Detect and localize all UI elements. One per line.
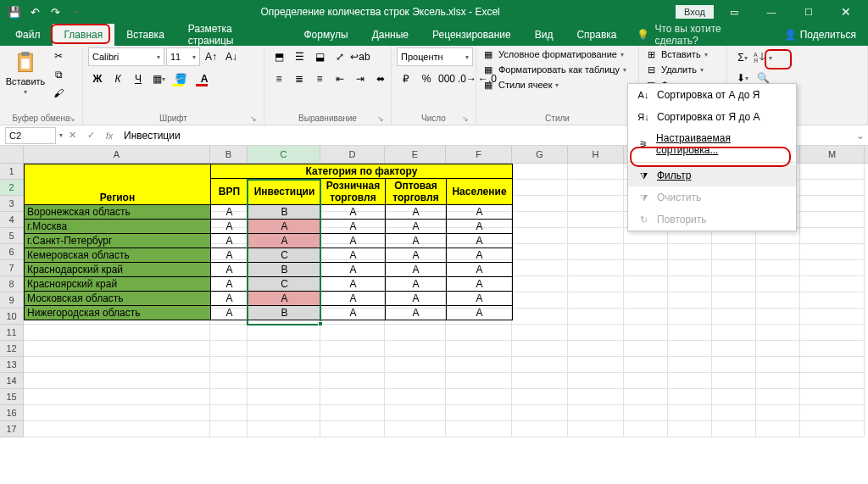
cell-data-1-2[interactable]: A xyxy=(321,220,386,234)
cell-A17[interactable] xyxy=(24,421,210,437)
underline-button[interactable]: Ч xyxy=(129,70,147,88)
cell-G12[interactable] xyxy=(512,341,568,357)
cell-K17[interactable] xyxy=(712,421,756,437)
cell-C16[interactable] xyxy=(248,405,320,421)
font-color-icon[interactable]: A xyxy=(193,70,215,88)
font-size-combo[interactable]: 11▾ xyxy=(166,47,200,66)
cell-G6[interactable] xyxy=(512,244,568,260)
copy-icon[interactable]: ⧉ xyxy=(49,66,68,83)
cell-M15[interactable] xyxy=(800,389,865,405)
cell-I12[interactable] xyxy=(624,341,668,357)
format-painter-icon[interactable]: 🖌 xyxy=(49,85,68,102)
cell-M13[interactable] xyxy=(800,357,865,373)
cell-B16[interactable] xyxy=(210,405,248,421)
cell-B14[interactable] xyxy=(210,373,248,389)
cell-L12[interactable] xyxy=(756,341,800,357)
italic-button[interactable]: К xyxy=(108,70,127,88)
number-format-combo[interactable]: Процентн▾ xyxy=(397,47,473,66)
cell-K13[interactable] xyxy=(712,357,756,373)
cell-data-3-1[interactable]: C xyxy=(248,248,321,263)
cell-data-5-0[interactable]: A xyxy=(211,277,248,292)
cell-J16[interactable] xyxy=(668,405,712,421)
row-header-5[interactable]: 5 xyxy=(0,228,24,244)
cell-G7[interactable] xyxy=(512,260,568,276)
cell-I9[interactable] xyxy=(624,292,668,309)
cell-region-1[interactable]: г.Москва xyxy=(25,220,211,234)
row-header-4[interactable]: 4 xyxy=(0,212,24,228)
cell-M3[interactable] xyxy=(800,196,865,212)
row-header-14[interactable]: 14 xyxy=(0,373,24,389)
cell-G15[interactable] xyxy=(512,389,568,405)
clipboard-launcher-icon[interactable]: ↘ xyxy=(69,114,75,123)
expand-formula-bar-icon[interactable]: ⌄ xyxy=(853,130,868,142)
cell-data-4-3[interactable]: A xyxy=(386,263,447,277)
cell-H13[interactable] xyxy=(568,357,624,373)
cell-data-2-4[interactable]: A xyxy=(447,234,513,248)
redo-icon[interactable]: ↷ xyxy=(46,3,64,21)
cell-data-6-2[interactable]: A xyxy=(321,292,386,306)
cell-data-0-4[interactable]: A xyxy=(447,205,513,220)
tab-insert[interactable]: Вставка xyxy=(114,24,176,46)
cell-M12[interactable] xyxy=(800,341,865,357)
orientation-icon[interactable]: ⤢ xyxy=(331,47,349,66)
cell-J13[interactable] xyxy=(668,357,712,373)
cell-F12[interactable] xyxy=(446,341,512,357)
qat-dropdown-icon[interactable]: ▾ xyxy=(66,3,85,21)
row-header-15[interactable]: 15 xyxy=(0,389,24,405)
menu-sort-za[interactable]: Я↓Сортировка от Я до А xyxy=(628,106,796,128)
cell-data-2-3[interactable]: A xyxy=(386,234,447,248)
cell-I8[interactable] xyxy=(624,276,668,292)
tab-file[interactable]: Файл xyxy=(3,24,53,46)
cut-icon[interactable]: ✂ xyxy=(49,47,68,64)
cell-M16[interactable] xyxy=(800,405,865,421)
cell-A14[interactable] xyxy=(24,373,210,389)
cell-E17[interactable] xyxy=(385,421,446,437)
row-header-10[interactable]: 10 xyxy=(0,309,24,325)
cell-G3[interactable] xyxy=(512,196,568,212)
cell-B12[interactable] xyxy=(210,341,248,357)
cell-I10[interactable] xyxy=(624,309,668,325)
row-header-3[interactable]: 3 xyxy=(0,196,24,212)
cell-region-7[interactable]: Нижегородская область xyxy=(25,306,211,320)
cell-I14[interactable] xyxy=(624,373,668,389)
cell-G13[interactable] xyxy=(512,357,568,373)
tab-home[interactable]: Главная xyxy=(53,24,115,46)
cell-E16[interactable] xyxy=(385,405,446,421)
cell-D15[interactable] xyxy=(320,389,385,405)
cell-I16[interactable] xyxy=(624,405,668,421)
cell-data-5-4[interactable]: A xyxy=(447,277,513,292)
cell-data-7-0[interactable]: A xyxy=(211,306,248,320)
bold-button[interactable]: Ж xyxy=(88,70,107,88)
maximize-icon[interactable]: ☐ xyxy=(792,0,826,24)
col-header-M[interactable]: M xyxy=(800,146,865,163)
cell-J7[interactable] xyxy=(668,260,712,276)
row-header-11[interactable]: 11 xyxy=(0,325,24,341)
tab-data[interactable]: Данные xyxy=(360,24,420,46)
cell-data-0-0[interactable]: A xyxy=(211,205,248,220)
cell-J12[interactable] xyxy=(668,341,712,357)
conditional-formatting-button[interactable]: ▦Условное форматирование▾ xyxy=(481,47,626,61)
increase-font-icon[interactable]: A↑ xyxy=(202,47,220,66)
cell-K7[interactable] xyxy=(712,260,756,276)
cell-E12[interactable] xyxy=(385,341,446,357)
row-header-1[interactable]: 1 xyxy=(0,164,24,180)
cell-M7[interactable] xyxy=(800,260,865,276)
alignment-launcher-icon[interactable]: ↘ xyxy=(377,114,384,123)
cell-H5[interactable] xyxy=(568,228,624,244)
cell-C15[interactable] xyxy=(248,389,320,405)
cell-L14[interactable] xyxy=(756,373,800,389)
cell-L10[interactable] xyxy=(756,309,800,325)
cell-J9[interactable] xyxy=(668,292,712,309)
cell-D17[interactable] xyxy=(320,421,385,437)
align-middle-icon[interactable]: ☰ xyxy=(290,47,309,66)
cell-G14[interactable] xyxy=(512,373,568,389)
cell-M5[interactable] xyxy=(800,228,865,244)
row-header-6[interactable]: 6 xyxy=(0,244,24,260)
align-left-icon[interactable]: ≡ xyxy=(270,70,288,88)
enter-formula-icon[interactable]: ✓ xyxy=(81,126,100,145)
cell-H14[interactable] xyxy=(568,373,624,389)
paste-button[interactable]: Вставить ▾ xyxy=(5,47,46,99)
col-header-G[interactable]: G xyxy=(512,146,568,163)
col-header-A[interactable]: A xyxy=(24,146,210,163)
cell-K9[interactable] xyxy=(712,292,756,309)
